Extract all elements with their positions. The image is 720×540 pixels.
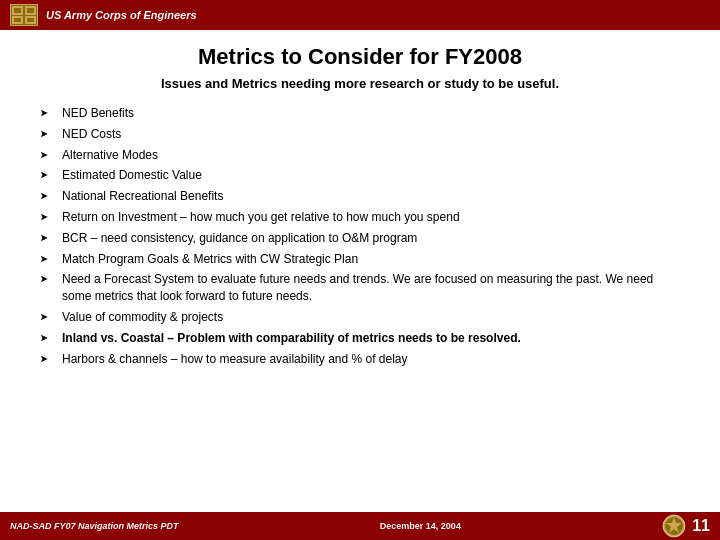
svg-rect-6 (14, 8, 21, 13)
footer-left-text: NAD-SAD FY07 Navigation Metrics PDT (10, 521, 179, 531)
bullet-text: Estimated Domestic Value (62, 167, 680, 184)
bullet-item: ➤Value of commodity & projects (40, 309, 680, 326)
header-bar: US Army Corps of Engineers (0, 0, 720, 30)
footer-center-text: December 14, 2004 (380, 521, 461, 531)
bullet-text: Return on Investment – how much you get … (62, 209, 680, 226)
bullet-text: Inland vs. Coastal – Problem with compar… (62, 330, 680, 347)
main-content: Metrics to Consider for FY2008 Issues an… (0, 30, 720, 367)
svg-rect-9 (27, 18, 34, 22)
army-corps-logo (10, 4, 38, 26)
bullet-item: ➤BCR – need consistency, guidance on app… (40, 230, 680, 247)
bullet-item: ➤National Recreational Benefits (40, 188, 680, 205)
bullet-item: ➤NED Costs (40, 126, 680, 143)
bullet-marker: ➤ (40, 169, 54, 182)
footer-emblem (662, 514, 686, 538)
footer-page-number: 11 (692, 517, 710, 535)
bullet-marker: ➤ (40, 253, 54, 266)
page-subtitle: Issues and Metrics needing more research… (40, 76, 680, 91)
bullet-text: Harbors & channels – how to measure avai… (62, 351, 680, 368)
bullet-text: National Recreational Benefits (62, 188, 680, 205)
bullet-text: Alternative Modes (62, 147, 680, 164)
bullet-text: Match Program Goals & Metrics with CW St… (62, 251, 680, 268)
bullet-item: ➤Harbors & channels – how to measure ava… (40, 351, 680, 368)
bullet-text: Need a Forecast System to evaluate futur… (62, 271, 680, 305)
bullet-text: NED Benefits (62, 105, 680, 122)
bullet-marker: ➤ (40, 232, 54, 245)
bullet-list: ➤NED Benefits➤NED Costs➤Alternative Mode… (40, 105, 680, 367)
page-title: Metrics to Consider for FY2008 (40, 44, 680, 70)
bullet-text: NED Costs (62, 126, 680, 143)
bullet-item: ➤Estimated Domestic Value (40, 167, 680, 184)
bullet-marker: ➤ (40, 353, 54, 366)
bullet-item: ➤NED Benefits (40, 105, 680, 122)
bullet-marker: ➤ (40, 273, 54, 286)
footer: NAD-SAD FY07 Navigation Metrics PDT Dece… (0, 512, 720, 540)
bullet-marker: ➤ (40, 211, 54, 224)
header-title: US Army Corps of Engineers (46, 9, 197, 21)
bullet-item: ➤Inland vs. Coastal – Problem with compa… (40, 330, 680, 347)
bullet-text: Value of commodity & projects (62, 309, 680, 326)
bullet-item: ➤Return on Investment – how much you get… (40, 209, 680, 226)
footer-right: 11 (662, 514, 710, 538)
bullet-marker: ➤ (40, 107, 54, 120)
svg-rect-7 (27, 8, 34, 13)
bullet-marker: ➤ (40, 190, 54, 203)
svg-rect-8 (14, 18, 21, 22)
bullet-marker: ➤ (40, 149, 54, 162)
bullet-marker: ➤ (40, 128, 54, 141)
bullet-marker: ➤ (40, 311, 54, 324)
bullet-item: ➤Need a Forecast System to evaluate futu… (40, 271, 680, 305)
bullet-marker: ➤ (40, 332, 54, 345)
bullet-text: BCR – need consistency, guidance on appl… (62, 230, 680, 247)
bullet-item: ➤Match Program Goals & Metrics with CW S… (40, 251, 680, 268)
bullet-item: ➤Alternative Modes (40, 147, 680, 164)
